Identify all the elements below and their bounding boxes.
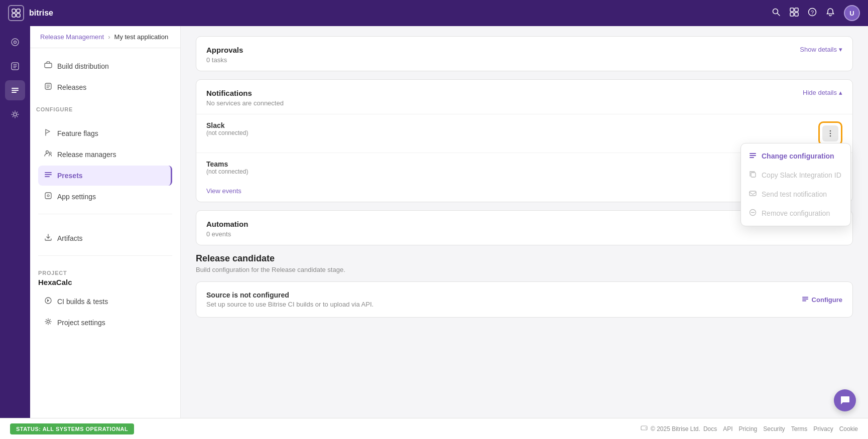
notifications-info: Notifications No services are connected bbox=[206, 89, 284, 107]
footer-link-api[interactable]: API bbox=[723, 425, 732, 432]
sidebar-item-ci-builds-label: CI builds & tests bbox=[57, 298, 108, 306]
footer-link-terms[interactable]: Terms bbox=[791, 425, 808, 432]
logo-icon bbox=[8, 5, 24, 21]
sidebar-item-releases[interactable]: Releases bbox=[38, 77, 172, 97]
grid-icon[interactable] bbox=[790, 8, 799, 19]
remove-configuration-label: Remove configuration bbox=[762, 209, 830, 217]
sidebar-item-feature-flags-label: Feature flags bbox=[57, 129, 98, 137]
configure-source-button[interactable]: Configure bbox=[802, 296, 842, 304]
svg-point-13 bbox=[14, 41, 17, 44]
svg-rect-7 bbox=[795, 8, 798, 12]
artifacts-icon bbox=[44, 233, 52, 243]
slack-three-dot-button[interactable] bbox=[822, 125, 838, 141]
svg-point-31 bbox=[830, 133, 831, 134]
svg-rect-41 bbox=[802, 299, 808, 300]
source-config-desc: Set up source to use Bitrise CI builds o… bbox=[206, 301, 374, 308]
left-sidebar: Release Management › My test application… bbox=[30, 26, 181, 418]
sidebar-item-project-settings[interactable]: Project settings bbox=[38, 313, 172, 333]
svg-point-30 bbox=[830, 130, 831, 132]
footer-link-security[interactable]: Security bbox=[763, 425, 785, 432]
notifications-card-header: Notifications No services are connected … bbox=[196, 80, 852, 114]
footer-link-pricing[interactable]: Pricing bbox=[739, 425, 758, 432]
svg-rect-2 bbox=[12, 14, 16, 17]
svg-point-12 bbox=[12, 39, 19, 46]
notifications-hide-details-button[interactable]: Hide details ▴ bbox=[803, 89, 842, 96]
logo-text: bitrise bbox=[29, 9, 53, 18]
svg-rect-36 bbox=[751, 173, 756, 177]
dropdown-change-configuration[interactable]: Change configuration bbox=[741, 147, 850, 166]
sidebar-divider-2 bbox=[38, 255, 172, 256]
nav-left: bitrise bbox=[8, 5, 53, 21]
sidebar-item-ci-builds[interactable]: CI builds & tests bbox=[38, 291, 172, 312]
footer-link-docs[interactable]: Docs bbox=[703, 425, 717, 432]
sidebar-item-release-managers[interactable]: Release managers bbox=[38, 144, 172, 165]
app-settings-icon bbox=[44, 192, 52, 202]
chevron-up-icon: ▴ bbox=[839, 89, 842, 96]
icon-sidebar bbox=[0, 26, 30, 418]
avatar[interactable]: U bbox=[844, 5, 860, 21]
release-candidate-title: Release candidate bbox=[196, 253, 853, 264]
svg-rect-9 bbox=[795, 13, 798, 16]
sidebar-item-feature-flags[interactable]: Feature flags bbox=[38, 123, 172, 143]
svg-rect-34 bbox=[750, 155, 756, 156]
nav-right: ? U bbox=[772, 5, 860, 21]
footer-link-cookie[interactable]: Cookie bbox=[839, 425, 858, 432]
sidebar-item-presets[interactable]: Presets bbox=[38, 166, 172, 186]
svg-point-29 bbox=[47, 321, 50, 323]
automation-info: Automation 0 events bbox=[206, 220, 248, 238]
help-icon[interactable]: ? bbox=[808, 8, 817, 19]
slack-actions: Change configuration Copy Slack Integrat… bbox=[818, 121, 842, 145]
status-right: © 2025 Bitrise Ltd. Docs API Pricing Sec… bbox=[641, 424, 858, 433]
bell-icon[interactable] bbox=[826, 8, 835, 19]
sidebar-main-nav: Build distribution Releases bbox=[30, 48, 180, 98]
sidebar-divider bbox=[38, 214, 172, 214]
source-config-title: Source is not configured bbox=[206, 291, 374, 299]
sidebar-icon-releases[interactable] bbox=[5, 56, 25, 76]
view-events-link[interactable]: View events bbox=[196, 182, 252, 202]
sidebar-configure-nav: Feature flags Release managers Presets A… bbox=[30, 115, 180, 208]
sidebar-item-app-settings[interactable]: App settings bbox=[38, 187, 172, 207]
svg-rect-40 bbox=[802, 297, 808, 298]
chat-bubble-button[interactable] bbox=[834, 389, 856, 411]
sidebar-icon-presets[interactable] bbox=[5, 80, 25, 100]
approvals-subtitle: 0 tasks bbox=[206, 56, 243, 64]
svg-rect-42 bbox=[802, 300, 806, 301]
svg-rect-15 bbox=[12, 88, 19, 89]
svg-point-22 bbox=[49, 152, 51, 154]
svg-rect-6 bbox=[790, 8, 794, 12]
project-settings-icon bbox=[44, 318, 52, 328]
slack-info: Slack (not connected) bbox=[206, 121, 248, 136]
release-candidate-subtitle: Build configuration for the Release cand… bbox=[196, 266, 853, 273]
svg-rect-35 bbox=[750, 157, 754, 158]
release-candidate-section: Release candidate Build configuration fo… bbox=[196, 253, 853, 318]
breadcrumb-parent[interactable]: Release Management bbox=[40, 33, 104, 41]
svg-rect-0 bbox=[12, 9, 16, 13]
approvals-show-details-button[interactable]: Show details ▾ bbox=[800, 46, 842, 53]
breadcrumb-separator: › bbox=[108, 33, 110, 41]
sidebar-item-release-managers-label: Release managers bbox=[57, 151, 116, 159]
sidebar-item-artifacts[interactable]: Artifacts bbox=[38, 228, 172, 248]
sidebar-icon-home[interactable] bbox=[5, 32, 25, 52]
notifications-subtitle: No services are connected bbox=[206, 99, 284, 107]
svg-rect-16 bbox=[12, 90, 19, 91]
svg-rect-23 bbox=[45, 172, 52, 173]
releases-icon bbox=[44, 82, 52, 92]
status-badge: STATUS: ALL SYSTEMS OPERATIONAL bbox=[10, 423, 134, 434]
source-config-card: Source is not configured Set up source t… bbox=[196, 281, 853, 318]
presets-icon bbox=[44, 171, 52, 181]
search-icon[interactable] bbox=[772, 8, 781, 19]
notifications-title: Notifications bbox=[206, 89, 284, 97]
footer-link-privacy[interactable]: Privacy bbox=[813, 425, 833, 432]
sidebar-item-build-distribution[interactable]: Build distribution bbox=[38, 56, 172, 76]
project-section-label: PROJECT bbox=[38, 270, 172, 276]
svg-rect-25 bbox=[45, 176, 50, 177]
sidebar-icon-settings[interactable] bbox=[5, 104, 25, 124]
footer-links: Docs API Pricing Security Terms Privacy … bbox=[703, 425, 858, 432]
svg-rect-33 bbox=[750, 153, 756, 154]
svg-line-5 bbox=[778, 13, 780, 16]
sidebar-item-releases-label: Releases bbox=[57, 83, 86, 91]
remove-config-icon bbox=[749, 209, 757, 218]
dropdown-send-test-notification: Send test notification bbox=[741, 185, 850, 204]
chevron-down-icon: ▾ bbox=[839, 46, 842, 53]
svg-rect-17 bbox=[12, 92, 17, 93]
